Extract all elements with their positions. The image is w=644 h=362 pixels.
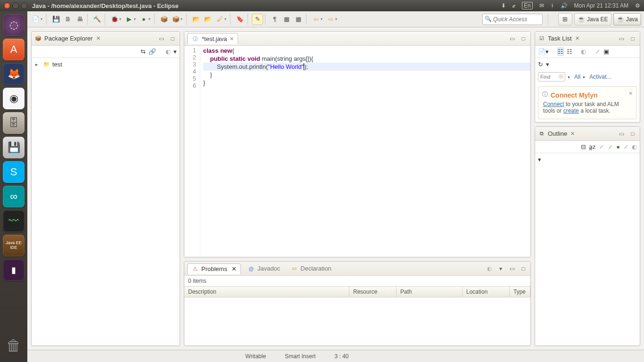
create-link[interactable]: create	[563, 107, 579, 114]
connect-link[interactable]: Connect	[543, 101, 564, 107]
annotation-nav2-button[interactable]: ▦	[293, 14, 304, 25]
editor-maximize-button[interactable]: □	[519, 34, 528, 43]
close-problems-icon[interactable]: ✕	[231, 265, 237, 272]
minimize-view-button[interactable]: ▭	[157, 34, 165, 43]
close-outline-icon[interactable]: ✕	[570, 131, 575, 137]
problems-min-button[interactable]: ▭	[508, 264, 516, 273]
focus-workweek-button[interactable]: ◐	[581, 48, 586, 55]
hide-nonpublic-button[interactable]: ●	[616, 143, 620, 150]
workspace-switcher-icon[interactable]: ▮	[3, 259, 25, 281]
outline-max-button[interactable]: □	[628, 130, 637, 138]
quick-access[interactable]	[482, 14, 543, 25]
categorized-button[interactable]: ☷	[557, 48, 564, 56]
problems-menu-button[interactable]: ▾	[496, 264, 505, 273]
new-class-button[interactable]: 📦▾	[170, 14, 184, 25]
column-header[interactable]: Description	[184, 287, 349, 297]
disk-icon[interactable]: 💾	[3, 137, 25, 158]
problems-body[interactable]	[184, 297, 530, 346]
column-header[interactable]: Type	[510, 287, 530, 297]
wifi-icon[interactable]: ⸙	[512, 2, 515, 9]
open-perspective-button[interactable]: ⊞	[558, 13, 572, 25]
window-maximize-button[interactable]	[21, 2, 27, 9]
hide-fields-button[interactable]: ⟋	[598, 143, 604, 150]
eclipse-icon[interactable]: Java EEIDE	[3, 235, 25, 256]
activate-link[interactable]: Activat...	[589, 74, 611, 80]
dash-icon[interactable]: ◌	[3, 14, 25, 36]
trash-icon[interactable]: 🗑	[3, 335, 25, 356]
skype-icon[interactable]: S	[3, 161, 25, 183]
perspective-javaee[interactable]: ☕Java EE	[574, 13, 611, 25]
hide-button[interactable]: ⟋	[594, 48, 601, 55]
toggle-breadcrumb-button[interactable]: 🔖	[234, 14, 246, 25]
debug-button[interactable]: 🐞▾	[109, 14, 123, 25]
annotation-nav-button[interactable]: ▦	[281, 14, 292, 25]
close-tab-icon[interactable]: ✕	[230, 36, 234, 42]
run-last-button[interactable]: ●▾	[138, 14, 152, 25]
back-button[interactable]: ⇦▾	[310, 14, 324, 25]
toggle-mark-button[interactable]: ✎	[252, 14, 263, 25]
run-button[interactable]: ▶▾	[124, 14, 138, 25]
sync-button[interactable]: ↻	[538, 61, 543, 68]
download-icon[interactable]: ⬇	[501, 2, 506, 9]
window-minimize-button[interactable]	[12, 2, 19, 9]
gear-icon[interactable]: ⚙	[635, 2, 640, 9]
files-icon[interactable]: 🗄	[3, 112, 25, 134]
close-tasklist-icon[interactable]: ✕	[575, 35, 579, 41]
hide-static-button[interactable]: ⟋	[607, 143, 613, 150]
perspective-java[interactable]: ☕Java	[613, 13, 641, 25]
code-editor[interactable]: 123456 class new{ public static void mai…	[184, 46, 530, 257]
sort-button[interactable]: ⊟	[581, 143, 586, 150]
problems-focus-button[interactable]: ◐	[485, 264, 494, 273]
clear-find-icon[interactable]: ⓧ	[559, 74, 563, 80]
column-header[interactable]: Location	[462, 287, 510, 297]
tasklist-max-button[interactable]: □	[628, 34, 637, 43]
problems-max-button[interactable]: □	[519, 264, 528, 273]
outline-body[interactable]	[535, 165, 640, 346]
editor-minimize-button[interactable]: ▭	[508, 34, 516, 43]
search-button[interactable]: 🖊▾	[214, 14, 228, 25]
problems-tab[interactable]: ⚠Problems✕	[187, 263, 241, 274]
new-task-button[interactable]: 📄▾	[538, 48, 549, 55]
show-whitespace-button[interactable]: ¶	[269, 14, 281, 25]
focus-outline-button[interactable]: ◐	[632, 143, 637, 150]
javadoc-tab[interactable]: @Javadoc	[244, 263, 284, 273]
all-link[interactable]: All	[574, 74, 580, 80]
close-banner-icon[interactable]: ✕	[628, 90, 633, 97]
save-button[interactable]: 💾	[50, 14, 62, 25]
chrome-icon[interactable]: ◉	[3, 88, 25, 109]
close-view-icon[interactable]: ✕	[96, 35, 100, 41]
print-button[interactable]: 🖶	[74, 14, 85, 25]
volume-icon[interactable]: 🔊	[561, 2, 568, 9]
firefox-icon[interactable]: 🦊	[3, 63, 25, 85]
column-header[interactable]: Path	[396, 287, 462, 297]
mail-icon[interactable]: ✉	[539, 2, 544, 9]
new-button[interactable]: 📄▾	[30, 14, 44, 25]
view-menu-button[interactable]: ▾	[173, 48, 177, 55]
forward-button[interactable]: ⇨▾	[325, 14, 339, 25]
arduino-icon[interactable]: ∞	[3, 186, 25, 207]
quick-access-input[interactable]	[482, 14, 543, 25]
declaration-tab[interactable]: ▭Declaration	[287, 263, 335, 273]
hide-local-button[interactable]: ⟋	[623, 143, 629, 150]
outline-menu-button[interactable]: ▾	[538, 156, 541, 163]
focus-task-button[interactable]: ◐	[165, 48, 171, 55]
outline-min-button[interactable]: ▭	[617, 130, 626, 138]
scheduled-button[interactable]: ☷	[567, 48, 572, 55]
new-package-button[interactable]: 📦	[158, 14, 170, 25]
editor-tab[interactable]: Ⓙ *test.java ✕	[187, 33, 238, 44]
tasklist-menu-button[interactable]: ▾	[546, 61, 549, 68]
az-sort-button[interactable]: a͍z	[589, 143, 596, 150]
system-monitor-icon[interactable]: 〰	[3, 210, 25, 232]
package-tree[interactable]: ▸📁test	[32, 58, 180, 346]
tree-item[interactable]: ▸📁test	[35, 60, 176, 69]
save-all-button[interactable]: 🗎	[62, 14, 74, 25]
window-close-button[interactable]	[4, 2, 10, 9]
column-header[interactable]: Resource	[349, 287, 396, 297]
tasklist-min-button[interactable]: ▭	[617, 34, 626, 43]
clock[interactable]: Mon Apr 21 12:31 AM	[574, 2, 628, 9]
build-button[interactable]: 🔨	[91, 14, 103, 25]
keyboard-indicator[interactable]: En	[522, 2, 533, 9]
collapse-button[interactable]: ▣	[603, 48, 609, 55]
open-type-button[interactable]: 📂	[190, 14, 202, 25]
maximize-view-button[interactable]: □	[168, 34, 177, 43]
